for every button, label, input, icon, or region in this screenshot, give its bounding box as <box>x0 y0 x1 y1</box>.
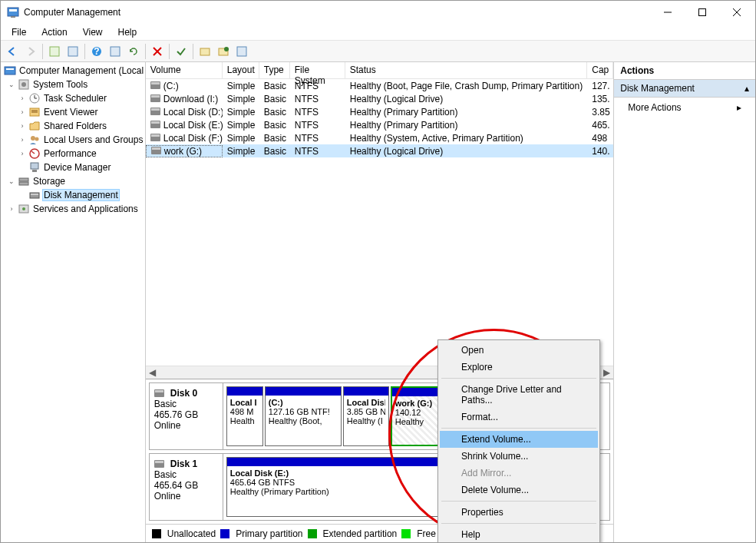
check-icon[interactable] <box>173 43 190 60</box>
ctx-shrink-volume[interactable]: Shrink Volume... <box>440 448 598 465</box>
refresh-icon[interactable] <box>125 43 142 60</box>
toolbar-icon[interactable] <box>107 43 124 60</box>
app-icon <box>7 6 19 18</box>
legend-square <box>308 529 317 538</box>
volume-row[interactable]: (C:)SimpleBasicNTFSHealthy (Boot, Page F… <box>146 79 613 92</box>
toolbar: ? <box>1 41 755 62</box>
svg-rect-2 <box>11 16 15 18</box>
volume-row[interactable]: Local Disk (D:)SimpleBasicNTFSHealthy (P… <box>146 105 613 118</box>
col-fs[interactable]: File System <box>290 62 345 78</box>
menu-bar: File Action View Help <box>1 24 755 41</box>
toolbar-icon[interactable] <box>196 43 213 60</box>
volume-list[interactable]: (C:)SimpleBasicNTFSHealthy (Boot, Page F… <box>146 79 613 366</box>
menu-help[interactable]: Help <box>112 25 144 39</box>
svg-rect-7 <box>50 47 59 56</box>
svg-rect-19 <box>6 68 14 70</box>
close-button[interactable] <box>719 2 754 23</box>
toolbar-icon[interactable] <box>64 43 81 60</box>
volume-row[interactable]: work (G:)SimpleBasicNTFSHealthy (Logical… <box>146 144 613 157</box>
svg-text:?: ? <box>94 46 99 57</box>
svg-rect-35 <box>19 182 28 185</box>
expand-icon[interactable]: › <box>18 94 27 103</box>
svg-line-31 <box>31 151 35 154</box>
delete-icon[interactable] <box>149 43 166 60</box>
volume-list-header: Volume Layout Type File System Status Ca… <box>146 62 613 79</box>
tree-services[interactable]: ›Services and Applications <box>1 202 145 216</box>
window-title: Computer Management <box>24 7 650 18</box>
maximize-button[interactable] <box>685 2 719 23</box>
console-tree[interactable]: Computer Management (Local ⌄System Tools… <box>1 62 146 542</box>
volume-icon <box>150 134 160 141</box>
svg-rect-1 <box>9 9 17 12</box>
actions-header: Actions <box>614 62 755 80</box>
menu-action[interactable]: Action <box>35 25 73 39</box>
scroll-left-icon[interactable]: ◀ <box>146 366 159 379</box>
expand-icon[interactable]: › <box>7 204 16 214</box>
col-status[interactable]: Status <box>345 62 587 78</box>
minimize-button[interactable] <box>650 2 685 23</box>
tree-root[interactable]: Computer Management (Local <box>1 64 145 78</box>
menu-view[interactable]: View <box>77 25 109 39</box>
actions-more[interactable]: More Actions▸ <box>614 98 755 118</box>
context-menu: Open Explore Change Drive Letter and Pat… <box>437 339 600 543</box>
volume-row[interactable]: Local Disk (F:)SimpleBasicNTFSHealthy (S… <box>146 131 613 144</box>
expand-icon[interactable]: › <box>18 135 27 144</box>
tree-performance[interactable]: ›Performance <box>1 147 145 161</box>
ctx-explore[interactable]: Explore <box>440 359 598 376</box>
ctx-change-letter[interactable]: Change Drive Letter and Paths... <box>440 381 598 409</box>
expand-icon[interactable]: › <box>18 121 27 131</box>
col-capacity[interactable]: Cap <box>587 62 613 78</box>
forward-button[interactable] <box>22 43 39 60</box>
tree-local-users[interactable]: ›Local Users and Groups <box>1 133 145 147</box>
legend-square <box>220 529 229 538</box>
col-type[interactable]: Type <box>259 62 290 78</box>
disk-info: Disk 1 Basic 465.64 GB Online <box>150 454 223 520</box>
svg-rect-11 <box>111 47 120 56</box>
tree-task-scheduler[interactable]: ›Task Scheduler <box>1 91 145 105</box>
col-volume[interactable]: Volume <box>146 62 223 78</box>
expand-icon[interactable]: › <box>18 108 27 117</box>
tree-disk-management[interactable]: Disk Management <box>1 188 145 202</box>
volume-icon <box>150 94 160 102</box>
ctx-extend-volume[interactable]: Extend Volume... <box>440 431 598 448</box>
help-icon[interactable]: ? <box>88 43 105 60</box>
legend-square <box>401 529 411 538</box>
ctx-open[interactable]: Open <box>440 342 598 359</box>
tree-device-manager[interactable]: Device Manager <box>1 161 145 174</box>
svg-point-29 <box>35 137 39 141</box>
collapse-icon[interactable]: ⌄ <box>7 177 16 186</box>
partition[interactable]: Local I498 MHealth <box>226 386 263 446</box>
legend-square <box>152 529 161 538</box>
partition[interactable]: Local Disl3.85 GB NHealthy (I <box>343 386 389 446</box>
volume-row[interactable]: Local Disk (E:)SimpleBasicNTFSHealthy (P… <box>146 118 613 131</box>
volume-row[interactable]: Download (I:)SimpleBasicNTFSHealthy (Log… <box>146 92 613 105</box>
tree-shared-folders[interactable]: ›Shared Folders <box>1 119 145 133</box>
svg-point-28 <box>31 136 35 141</box>
menu-file[interactable]: File <box>5 25 32 39</box>
scroll-right-icon[interactable]: ▶ <box>600 366 613 379</box>
col-layout[interactable]: Layout <box>223 62 259 78</box>
tree-system-tools[interactable]: ⌄System Tools <box>1 78 145 91</box>
svg-rect-4 <box>698 9 705 16</box>
svg-rect-37 <box>31 194 38 195</box>
toolbar-icon[interactable] <box>46 43 63 60</box>
ctx-format[interactable]: Format... <box>440 409 598 425</box>
ctx-delete-volume[interactable]: Delete Volume... <box>440 482 598 498</box>
toolbar-icon[interactable] <box>233 43 250 60</box>
expand-icon[interactable]: › <box>18 149 27 158</box>
svg-point-39 <box>22 207 25 210</box>
ctx-help[interactable]: Help <box>440 526 598 543</box>
toolbar-icon[interactable] <box>215 43 232 60</box>
actions-diskmanagement[interactable]: Disk Management▴ <box>614 80 755 98</box>
collapse-icon: ▴ <box>744 83 749 94</box>
ctx-properties[interactable]: Properties <box>440 504 598 521</box>
tree-event-viewer[interactable]: ›Event Viewer <box>1 105 145 119</box>
svg-rect-18 <box>5 67 15 74</box>
tree-storage[interactable]: ⌄Storage <box>1 174 145 188</box>
svg-rect-33 <box>32 170 37 172</box>
partition[interactable]: (C:)127.16 GB NTF!Healthy (Boot, <box>265 386 342 446</box>
collapse-icon[interactable]: ⌄ <box>7 80 16 89</box>
svg-rect-0 <box>8 8 18 16</box>
svg-point-21 <box>21 82 26 87</box>
back-button[interactable] <box>4 43 21 60</box>
